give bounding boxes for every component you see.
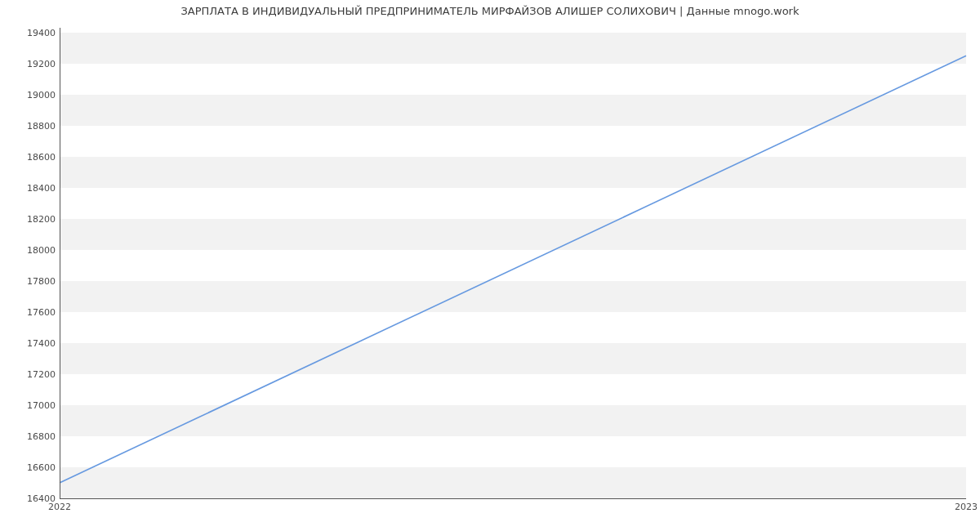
x-tick-label: 2022 — [48, 502, 71, 512]
y-tick-label: 17800 — [7, 275, 56, 286]
y-tick-label: 19400 — [7, 27, 56, 38]
y-tick-label: 17000 — [7, 399, 56, 410]
y-tick-label: 18600 — [7, 151, 56, 162]
x-tick-label: 2023 — [955, 502, 978, 512]
y-tick-label: 16800 — [7, 431, 56, 441]
chart-title: ЗАРПЛАТА В ИНДИВИДУАЛЬНЫЙ ПРЕДПРИНИМАТЕЛ… — [0, 5, 980, 17]
y-tick-label: 17600 — [7, 306, 56, 317]
y-tick-label: 18400 — [7, 182, 56, 193]
line-series — [60, 28, 966, 498]
chart-container: ЗАРПЛАТА В ИНДИВИДУАЛЬНЫЙ ПРЕДПРИНИМАТЕЛ… — [0, 0, 980, 531]
axis-spine-bottom — [60, 498, 966, 499]
y-tick-label: 18000 — [7, 244, 56, 255]
y-tick-label: 18200 — [7, 213, 56, 224]
y-tick-label: 17200 — [7, 368, 56, 379]
y-tick-label: 19000 — [7, 89, 56, 100]
y-tick-label: 16600 — [7, 462, 56, 472]
y-tick-label: 18800 — [7, 120, 56, 131]
y-tick-label: 17400 — [7, 337, 56, 348]
y-tick-label: 19200 — [7, 58, 56, 69]
series-line — [60, 56, 966, 483]
plot-area — [60, 28, 966, 498]
axis-spine-left — [60, 28, 60, 498]
